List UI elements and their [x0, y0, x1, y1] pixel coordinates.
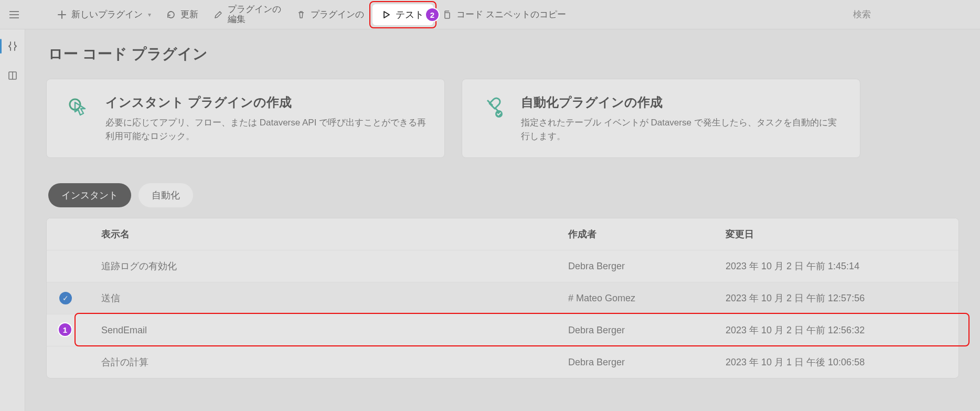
check-icon[interactable]: ✓: [59, 292, 72, 304]
table-row[interactable]: ✓ 送信 # Mateo Gomez 2023 年 10 月 2 日 午前 12…: [47, 282, 958, 314]
cell-author: # Mateo Gomez: [568, 293, 726, 304]
svg-rect-0: [445, 13, 450, 18]
cell-modified: 2023 年 10 月 2 日 午前 1:45:14: [726, 260, 946, 272]
trash-icon: [296, 9, 306, 20]
cell-name: SendEmail: [101, 325, 568, 336]
callout-badge-2: 2: [425, 7, 440, 22]
cell-author: Debra Berger: [568, 261, 726, 272]
col-display-name[interactable]: 表示名: [101, 228, 568, 240]
pencil-icon: [213, 9, 223, 20]
refresh-label: 更新: [180, 8, 198, 20]
tab-instant[interactable]: インスタント: [48, 183, 131, 207]
test-button-wrap: テスト: [372, 4, 433, 25]
hamburger-icon[interactable]: [9, 8, 22, 21]
delete-plugin-label: プラグインの: [311, 8, 364, 20]
cell-modified: 2023 年 10 月 2 日 午前 12:56:32: [726, 324, 946, 336]
delete-plugin-button[interactable]: プラグインの: [290, 5, 370, 24]
tab-row: インスタント 自動化: [48, 183, 959, 207]
card-automated-plugin[interactable]: 自動化プラグインの作成 指定されたテーブル イベントが Dataverse で発…: [462, 79, 860, 158]
new-plugin-button[interactable]: 新しいプラグイン ▾: [50, 5, 157, 24]
test-button[interactable]: テスト: [372, 4, 433, 25]
plus-icon: [57, 9, 67, 20]
cell-modified: 2023 年 10 月 1 日 午後 10:06:58: [726, 356, 946, 368]
table-row[interactable]: 合計の計算 Debra Berger 2023 年 10 月 1 日 午後 10…: [47, 346, 958, 378]
refresh-button[interactable]: 更新: [159, 5, 205, 24]
cell-name: 送信: [101, 292, 568, 304]
edit-plugin-button[interactable]: プラグインの編集: [207, 2, 287, 27]
test-label: テスト: [396, 8, 424, 21]
refresh-icon: [166, 9, 176, 20]
cell-name: 合計の計算: [101, 356, 568, 368]
new-plugin-label: 新しいプラグイン: [71, 8, 143, 20]
tab-automated[interactable]: 自動化: [139, 183, 193, 207]
grid-header: 表示名 作成者 変更日: [47, 218, 958, 250]
search-placeholder: 検索: [853, 8, 871, 20]
left-rail: [0, 29, 25, 411]
search-input[interactable]: 検索: [848, 5, 963, 24]
table-row[interactable]: 追跡ログの有効化 Debra Berger 2023 年 10 月 2 日 午前…: [47, 250, 958, 282]
main-content: ロー コード プラグイン インスタント プラグインの作成 必要に応じてアプリ、フ…: [25, 29, 980, 411]
cell-modified: 2023 年 10 月 2 日 午前 12:57:56: [726, 292, 946, 304]
card-body: 自動化プラグインの作成 指定されたテーブル イベントが Dataverse で発…: [521, 94, 843, 143]
card-automated-title: 自動化プラグインの作成: [521, 94, 843, 111]
cell-author: Debra Berger: [568, 357, 726, 368]
plug-icon: [479, 94, 508, 123]
copy-snippet-button[interactable]: コード スニペットのコピー: [435, 5, 572, 24]
play-icon: [382, 10, 390, 19]
cell-name: 追跡ログの有効化: [101, 260, 568, 272]
page-title: ロー コード プラグイン: [48, 44, 959, 64]
col-created-by[interactable]: 作成者: [568, 228, 726, 240]
col-modified[interactable]: 変更日: [726, 228, 946, 240]
tap-icon: [63, 94, 93, 123]
toolbar: 新しいプラグイン ▾ 更新 プラグインの編集 プラグインの 2 テスト: [0, 0, 980, 29]
table-row[interactable]: SendEmail Debra Berger 2023 年 10 月 2 日 午…: [47, 314, 958, 346]
copy-snippet-label: コード スニペットのコピー: [456, 8, 566, 20]
card-instant-plugin[interactable]: インスタント プラグインの作成 必要に応じてアプリ、フロー、または Datave…: [46, 79, 445, 158]
chevron-down-icon: ▾: [148, 11, 151, 18]
callout-badge-1: 1: [58, 322, 72, 337]
plugin-grid: 表示名 作成者 変更日 追跡ログの有効化 Debra Berger 2023 年…: [46, 218, 959, 378]
copy-icon: [442, 9, 452, 20]
card-automated-desc: 指定されたテーブル イベントが Dataverse で発生したら、タスクを自動的…: [521, 116, 843, 143]
card-instant-desc: 必要に応じてアプリ、フロー、または Dataverse API で呼び出すことが…: [105, 116, 428, 143]
rail-item-plugin[interactable]: [2, 36, 23, 57]
card-body: インスタント プラグインの作成 必要に応じてアプリ、フロー、または Datave…: [105, 94, 428, 143]
card-instant-title: インスタント プラグインの作成: [105, 94, 428, 111]
edit-plugin-label: プラグインの編集: [228, 5, 281, 24]
card-row: インスタント プラグインの作成 必要に応じてアプリ、フロー、または Datave…: [46, 79, 959, 158]
cell-author: Debra Berger: [568, 325, 726, 336]
rail-item-book[interactable]: [2, 65, 23, 86]
